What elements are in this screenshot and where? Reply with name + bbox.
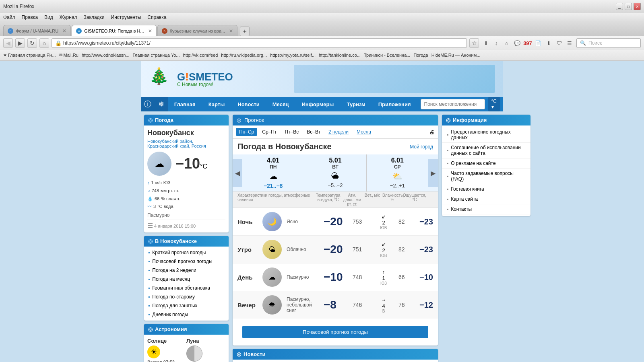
info-link-3[interactable]: Часто задаваемые вопросы (FAQ) xyxy=(442,169,530,184)
home-button[interactable]: ⌂ xyxy=(39,38,49,48)
nav-informers[interactable]: Информеры xyxy=(295,98,340,111)
link-2weeks[interactable]: Погода на 2 недели xyxy=(144,266,229,275)
tab-0-close[interactable]: ✕ xyxy=(62,28,66,34)
toolbar-icon-7[interactable]: ⬇ xyxy=(544,39,553,47)
toolbar-icon-9[interactable]: ☰ xyxy=(565,39,574,47)
menu-help[interactable]: Справка xyxy=(147,14,166,20)
oblast-link[interactable]: Краснодарский край xyxy=(147,144,189,148)
day-card-1[interactable]: 5.01 ВТ 🌥 −5..−2 xyxy=(304,154,366,191)
nav-snowflake[interactable]: ❄ xyxy=(154,97,167,111)
info-link-4[interactable]: Гостевая книга xyxy=(442,184,530,194)
bookmark-star[interactable]: ☆ xyxy=(469,38,479,48)
bookmark-8[interactable]: Триникси - Вселенна... xyxy=(364,53,411,58)
info-link-1[interactable]: Соглашение об использовании данных с сай… xyxy=(442,143,530,158)
toolbar-icon-1[interactable]: ⬇ xyxy=(481,39,490,47)
menu-view[interactable]: Вид xyxy=(44,14,53,20)
browser-search-box[interactable]: 🔍 Поиск xyxy=(576,38,641,48)
hourly-forecast-link[interactable]: Почасовой прогноз погоды xyxy=(242,326,428,338)
link-diary[interactable]: Дневник погоды xyxy=(144,310,229,319)
weather-desc: Пасмурно xyxy=(147,212,225,218)
nav-maps[interactable]: Карты xyxy=(202,98,231,111)
tab-sun-tue[interactable]: Вс–Вт xyxy=(303,128,324,136)
toolbar-icon-2[interactable]: ↕ xyxy=(492,39,501,47)
my-city-link[interactable]: Мой город xyxy=(410,144,433,150)
link-hourly[interactable]: Почасовой прогноз погоды xyxy=(144,257,229,266)
menu-bookmarks[interactable]: Закладки xyxy=(84,14,105,20)
bookmark-5-label: http://ru.wikipedia.org... xyxy=(221,53,267,58)
link-month[interactable]: Погода на месяц xyxy=(144,275,229,284)
info-link-5[interactable]: Карта сайта xyxy=(442,194,530,204)
link-brief[interactable]: Краткий прогноз погоды xyxy=(144,248,229,257)
new-tab-button[interactable]: + xyxy=(240,27,250,36)
tab-month[interactable]: Месяц xyxy=(353,128,374,136)
toolbar-icon-5[interactable]: 397 xyxy=(523,39,532,47)
nav-apps[interactable]: Приложения xyxy=(372,98,417,111)
forward-button[interactable]: ▶ xyxy=(15,38,25,48)
tab-wed-fri[interactable]: Ср–Пт xyxy=(259,128,280,136)
toolbar-icon-3[interactable]: ⌂ xyxy=(502,39,511,47)
tab-1[interactable]: G GISMETEO.RU: Погода в Н... ✕ xyxy=(72,25,156,36)
nav-tourism[interactable]: Туризм xyxy=(340,98,372,111)
weather-details: ↑ 1 м/с ЮЗ ○ 748 мм рт. ст. 💧 66 xyxy=(147,179,225,211)
close-button[interactable]: ✕ xyxy=(634,3,641,10)
link-geo[interactable]: Геомагнитная обстановка xyxy=(144,284,229,292)
tab-0[interactable]: F Форум / U-MAMA.RU ✕ xyxy=(3,25,71,36)
minimize-button[interactable]: _ xyxy=(616,3,623,10)
nav-search-input[interactable] xyxy=(421,99,485,109)
link-busy[interactable]: Погода для занятых xyxy=(144,301,229,310)
region-link[interactable]: Новокубанский район xyxy=(147,139,192,144)
print-icon[interactable]: 🖨 xyxy=(429,129,435,135)
bookmark-3[interactable]: Главная страница Yo... xyxy=(133,53,180,58)
tab-1-close[interactable]: ✕ xyxy=(148,28,152,34)
temp-unit-selector[interactable]: °С ▾ xyxy=(488,97,500,111)
bookmark-0[interactable]: ★ Главная страница Ян... xyxy=(3,53,56,58)
country-link[interactable]: Россия xyxy=(192,144,206,148)
bookmark-4[interactable]: http://vk.com/feed xyxy=(183,53,218,58)
bookmark-6[interactable]: https://my.yota.ru/self... xyxy=(270,53,316,58)
maximize-button[interactable]: □ xyxy=(625,3,632,10)
day-1-name: ВТ xyxy=(306,164,364,170)
bookmark-10[interactable]: HideME.Ru — Аноним... xyxy=(431,53,481,58)
nav-home[interactable]: Главная xyxy=(168,98,202,111)
toolbar-icon-6[interactable]: 📄 xyxy=(534,39,543,47)
news-item-1[interactable]: 🐜 Ученые перепрограммировали муравьев xyxy=(335,360,438,362)
info-link-0[interactable]: Предоставление погодных данных xyxy=(442,127,530,143)
menu-file[interactable]: Файл xyxy=(3,14,15,20)
info-title: Информация xyxy=(453,117,487,123)
tab-2weeks[interactable]: 2 недели xyxy=(325,128,352,136)
tab-2-close[interactable]: ✕ xyxy=(229,28,233,34)
city-name: Новокубанск xyxy=(147,129,225,137)
address-bar[interactable]: 🔒 https://www.gismeteo.ru/city/daily/113… xyxy=(52,38,467,48)
tab-2[interactable]: К Курьезные случаи из вра... ✕ xyxy=(157,25,238,36)
link-old[interactable]: Погода по-старому xyxy=(144,292,229,301)
news-item-0[interactable]: 🌌 Ученые: что год грядущий нам готовит xyxy=(233,360,335,362)
bookmarks-bar: ★ Главная страница Ян... ✉ Mail.Ru http:… xyxy=(0,50,644,60)
menu-edit[interactable]: Правка xyxy=(22,14,38,20)
refresh-button[interactable]: ↻ xyxy=(27,38,37,48)
nav-news[interactable]: Новости xyxy=(231,98,266,111)
nav-month[interactable]: Месяц xyxy=(266,98,295,111)
day-card-2[interactable]: 6.01 СР ⛅ −2..+1 xyxy=(367,154,428,191)
bookmark-9[interactable]: Погода xyxy=(413,53,428,58)
col-humidity-header: Влажность, % xyxy=(382,193,402,206)
bookmark-7[interactable]: http://tankionline.co... xyxy=(319,53,361,58)
day-prev-button[interactable]: ◀ xyxy=(233,159,242,187)
back-button[interactable]: ◀ xyxy=(3,38,13,48)
info-link-2[interactable]: О рекламе на сайте xyxy=(442,158,530,169)
toolbar-icon-4[interactable]: 💬 xyxy=(513,39,522,47)
info-link-6[interactable]: Контакты xyxy=(442,204,530,214)
tab-mon-wed[interactable]: Пн–Ср xyxy=(236,128,257,136)
menu-journal[interactable]: Журнал xyxy=(60,14,77,20)
bookmark-8-label: Триникси - Вселенна... xyxy=(364,53,411,58)
bookmark-2[interactable]: http://www.odnoklassn... xyxy=(82,53,130,58)
menu-tools[interactable]: Инструменты xyxy=(111,14,141,20)
tab-fri-sun[interactable]: Пт–Вс xyxy=(281,128,302,136)
day-card-0[interactable]: 4.01 ПН ☁ −21..−8 xyxy=(242,154,304,191)
window-controls[interactable]: _ □ ✕ xyxy=(616,3,641,10)
bookmark-5[interactable]: http://ru.wikipedia.org... xyxy=(221,53,267,58)
city-region[interactable]: Новокубанский район, Краснодарский край,… xyxy=(147,139,225,148)
day-next-button[interactable]: ▶ xyxy=(428,159,438,187)
bookmark-1[interactable]: ✉ Mail.Ru xyxy=(59,53,78,58)
nav-logo[interactable]: ⓘ xyxy=(141,97,154,111)
toolbar-icon-8[interactable]: 🛡 xyxy=(555,39,564,47)
